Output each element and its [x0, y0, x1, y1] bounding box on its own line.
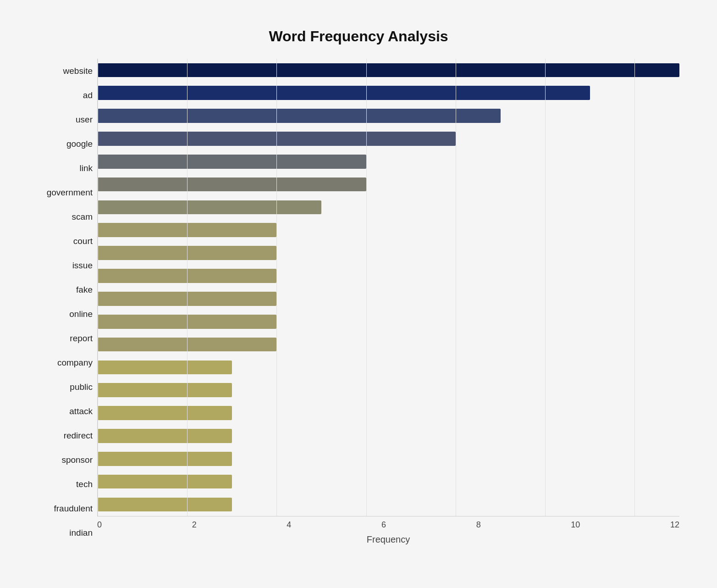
grid-line	[98, 59, 98, 516]
bar-scam	[98, 200, 321, 215]
y-label-sponsor: sponsor	[61, 448, 93, 472]
chart-area: websiteadusergooglelinkgovernmentscamcou…	[38, 59, 679, 545]
bar-link	[98, 155, 366, 169]
y-label-link: link	[79, 156, 93, 180]
bar-redirect	[98, 406, 232, 420]
grid-line	[456, 59, 456, 516]
y-label-user: user	[76, 107, 93, 132]
y-label-government: government	[47, 180, 93, 205]
bar-row	[98, 265, 679, 288]
bar-indian	[98, 498, 232, 512]
grid-line	[366, 59, 367, 516]
bar-row	[98, 333, 679, 356]
grid-line	[545, 59, 546, 516]
grid-line	[634, 59, 635, 516]
bar-row	[98, 379, 679, 402]
bar-government	[98, 178, 366, 192]
x-tick-10: 10	[571, 520, 580, 530]
bar-website	[98, 63, 679, 78]
bar-user	[98, 109, 501, 123]
bar-row	[98, 425, 679, 448]
x-axis-label: Frequency	[97, 534, 679, 545]
x-tick-4: 4	[287, 520, 291, 530]
bar-row	[98, 493, 679, 516]
bar-row	[98, 150, 679, 173]
bar-row	[98, 470, 679, 493]
bar-row	[98, 356, 679, 379]
x-tick-6: 6	[381, 520, 386, 530]
y-label-fake: fake	[76, 277, 93, 302]
y-axis-labels: websiteadusergooglelinkgovernmentscamcou…	[38, 59, 97, 545]
y-label-scam: scam	[72, 205, 93, 229]
x-tick-2: 2	[192, 520, 197, 530]
bars-area	[97, 59, 679, 516]
x-tick-0: 0	[97, 520, 102, 530]
x-tick-8: 8	[476, 520, 481, 530]
grid-line	[276, 59, 277, 516]
chart-container: Word Frequency Analysis websiteadusergoo…	[19, 14, 698, 574]
bar-row	[98, 173, 679, 196]
x-axis: 024681012	[97, 516, 679, 530]
bar-row	[98, 105, 679, 128]
y-label-website: website	[63, 59, 93, 83]
y-label-google: google	[66, 132, 93, 156]
y-label-tech: tech	[76, 472, 93, 496]
x-tick-12: 12	[670, 520, 679, 530]
y-label-company: company	[57, 350, 93, 375]
y-label-online: online	[69, 302, 93, 326]
bar-row	[98, 128, 679, 150]
bar-row	[98, 82, 679, 105]
y-label-redirect: redirect	[64, 423, 93, 448]
bar-row	[98, 59, 679, 82]
y-label-report: report	[70, 326, 93, 350]
y-label-issue: issue	[72, 253, 93, 277]
y-label-indian: indian	[69, 521, 93, 545]
y-label-fraudulent: fraudulent	[54, 496, 93, 521]
bar-row	[98, 402, 679, 425]
y-label-public: public	[70, 375, 93, 399]
y-label-attack: attack	[69, 399, 93, 423]
bar-fraudulent	[98, 475, 232, 489]
bar-public	[98, 361, 232, 375]
bar-row	[98, 219, 679, 242]
bar-row	[98, 287, 679, 310]
y-label-ad: ad	[83, 83, 93, 107]
chart-title: Word Frequency Analysis	[38, 28, 679, 45]
bar-attack	[98, 383, 232, 397]
bar-tech	[98, 452, 232, 466]
bar-row	[98, 196, 679, 219]
bar-row	[98, 447, 679, 470]
bar-row	[98, 310, 679, 333]
bars-and-xaxis: 024681012 Frequency	[97, 59, 679, 545]
bar-ad	[98, 86, 590, 100]
y-label-court: court	[73, 229, 93, 253]
bar-sponsor	[98, 429, 232, 443]
bar-row	[98, 242, 679, 265]
grid-line	[187, 59, 188, 516]
